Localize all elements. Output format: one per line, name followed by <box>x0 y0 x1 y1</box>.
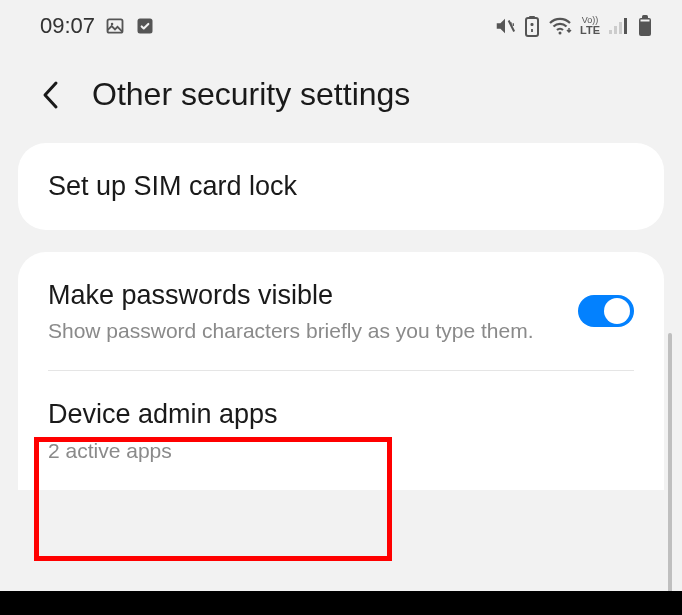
scroll-indicator[interactable] <box>668 333 672 615</box>
signal-icon <box>608 17 630 35</box>
svg-rect-9 <box>609 30 612 34</box>
passwords-visible-toggle[interactable] <box>578 295 634 327</box>
card-security-options: Make passwords visible Show password cha… <box>18 252 664 490</box>
svg-rect-14 <box>642 15 648 19</box>
svg-rect-12 <box>624 18 627 34</box>
status-right-group: Vo)) LTE <box>494 15 652 37</box>
svg-point-8 <box>559 32 562 35</box>
checkbox-icon <box>135 16 155 36</box>
wifi-icon <box>548 16 572 36</box>
volte-indicator: Vo)) LTE <box>580 16 600 36</box>
device-admin-title: Device admin apps <box>48 397 634 432</box>
passwords-visible-item[interactable]: Make passwords visible Show password cha… <box>18 252 664 370</box>
mute-vibrate-icon <box>494 15 516 37</box>
svg-rect-7 <box>529 16 535 19</box>
sim-lock-title: Set up SIM card lock <box>48 169 634 204</box>
card-sim-lock: Set up SIM card lock <box>18 143 664 230</box>
bottom-edge <box>0 591 682 615</box>
list-item-content: Device admin apps 2 active apps <box>48 397 634 463</box>
device-admin-subtitle: 2 active apps <box>48 437 634 464</box>
list-item-content: Set up SIM card lock <box>48 169 634 204</box>
status-bar: 09:07 <box>0 0 682 48</box>
svg-rect-11 <box>619 22 622 34</box>
toggle-knob <box>604 298 630 324</box>
passwords-visible-title: Make passwords visible <box>48 278 558 313</box>
page-title: Other security settings <box>92 76 410 113</box>
svg-rect-6 <box>526 18 538 36</box>
battery-icon <box>638 15 652 37</box>
svg-rect-15 <box>641 20 650 22</box>
back-button[interactable] <box>40 79 62 111</box>
passwords-visible-subtitle: Show password characters briefly as you … <box>48 317 558 344</box>
status-time: 09:07 <box>40 13 95 39</box>
svg-point-1 <box>111 23 114 26</box>
content-area: Set up SIM card lock Make passwords visi… <box>0 143 682 490</box>
svg-rect-10 <box>614 26 617 34</box>
battery-saver-icon <box>524 15 540 37</box>
device-admin-apps-item[interactable]: Device admin apps 2 active apps <box>18 371 664 489</box>
status-left-group: 09:07 <box>40 13 155 39</box>
list-item-content: Make passwords visible Show password cha… <box>48 278 558 344</box>
page-header: Other security settings <box>0 48 682 143</box>
sim-card-lock-item[interactable]: Set up SIM card lock <box>18 143 664 230</box>
image-icon <box>105 16 125 36</box>
